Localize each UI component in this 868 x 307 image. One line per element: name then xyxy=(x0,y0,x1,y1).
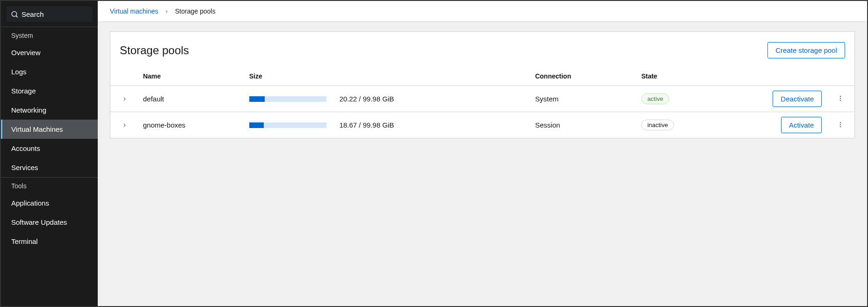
chevron-right-icon xyxy=(165,7,168,15)
sidebar-item-networking[interactable]: Networking xyxy=(1,100,98,120)
expand-row-button[interactable] xyxy=(122,123,127,128)
sidebar-item-services[interactable]: Services xyxy=(1,158,98,177)
search-input[interactable]: Search xyxy=(7,7,92,22)
card-header: Storage pools Create storage pool xyxy=(110,32,854,67)
kebab-menu-button[interactable] xyxy=(834,93,846,105)
breadcrumb: Virtual machines Storage pools xyxy=(98,1,867,22)
usage-progress-fill xyxy=(249,122,264,128)
col-header-size: Size xyxy=(245,67,531,86)
chevron-right-icon xyxy=(122,97,127,101)
chevron-right-icon xyxy=(122,123,127,128)
page-title: Storage pools xyxy=(120,44,189,57)
pool-connection: System xyxy=(530,86,637,112)
search-icon xyxy=(11,11,18,18)
deactivate-button[interactable]: Deactivate xyxy=(773,91,822,107)
storage-pools-table: Name Size Connection State xyxy=(110,67,854,138)
col-header-name: Name xyxy=(138,67,245,86)
size-cell: 20.22 / 99.98 GiB xyxy=(249,95,526,103)
col-header-actions xyxy=(748,67,826,86)
col-header-connection: Connection xyxy=(530,67,637,86)
usage-progress xyxy=(249,122,326,128)
content: Storage pools Create storage pool Name S… xyxy=(98,22,867,148)
sidebar-item-terminal[interactable]: Terminal xyxy=(1,232,98,251)
status-badge: active xyxy=(641,93,669,104)
search-label: Search xyxy=(22,10,44,18)
size-cell: 18.67 / 99.98 GiB xyxy=(249,121,526,129)
usage-progress-fill xyxy=(249,96,265,102)
sidebar-item-applications[interactable]: Applications xyxy=(1,193,98,213)
pool-name: default xyxy=(138,86,245,112)
sidebar-item-accounts[interactable]: Accounts xyxy=(1,139,98,158)
sidebar-item-logs[interactable]: Logs xyxy=(1,62,98,81)
kebab-menu-button[interactable] xyxy=(834,119,846,131)
nav-section-label: System xyxy=(1,27,98,43)
status-badge: inactive xyxy=(641,120,674,130)
pool-name: gnome-boxes xyxy=(138,112,245,138)
sidebar-item-storage[interactable]: Storage xyxy=(1,81,98,100)
col-header-expand xyxy=(110,67,138,86)
size-text: 18.67 / 99.98 GiB xyxy=(340,121,394,129)
expand-row-button[interactable] xyxy=(122,97,127,101)
breadcrumb-current: Storage pools xyxy=(175,7,215,15)
kebab-icon xyxy=(837,122,844,129)
size-text: 20.22 / 99.98 GiB xyxy=(340,95,394,103)
col-header-state: State xyxy=(637,67,748,86)
sidebar-item-virtual-machines[interactable]: Virtual Machines xyxy=(1,120,98,139)
sidebar-item-overview[interactable]: Overview xyxy=(1,43,98,62)
breadcrumb-parent-link[interactable]: Virtual machines xyxy=(110,7,158,15)
storage-pools-card: Storage pools Create storage pool Name S… xyxy=(110,31,855,138)
sidebar-item-software-updates[interactable]: Software Updates xyxy=(1,213,98,232)
table-row: default 20.22 / 99.98 GiB System act xyxy=(110,86,854,112)
create-storage-pool-button[interactable]: Create storage pool xyxy=(767,42,845,58)
col-header-kebab xyxy=(826,67,854,86)
usage-progress xyxy=(249,96,326,102)
search-wrap: Search xyxy=(1,1,98,27)
pool-connection: Session xyxy=(530,112,637,138)
activate-button[interactable]: Activate xyxy=(781,117,822,133)
kebab-icon xyxy=(837,96,844,102)
sidebar: Search System Overview Logs Storage Netw… xyxy=(1,1,98,306)
nav-section-label: Tools xyxy=(1,177,98,193)
main: Virtual machines Storage pools Storage p… xyxy=(98,1,867,306)
table-row: gnome-boxes 18.67 / 99.98 GiB Session xyxy=(110,112,854,138)
